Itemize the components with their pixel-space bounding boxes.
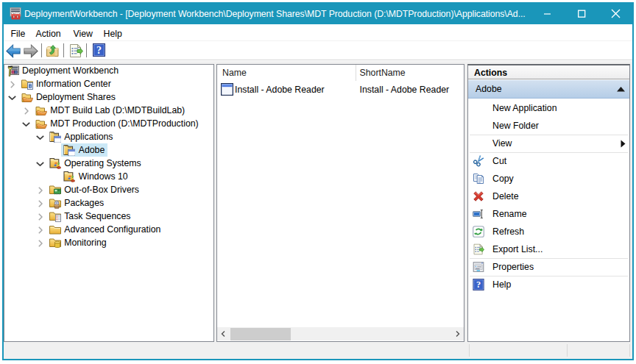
svg-text:?: ? bbox=[476, 279, 481, 290]
svg-text:?: ? bbox=[96, 45, 102, 56]
